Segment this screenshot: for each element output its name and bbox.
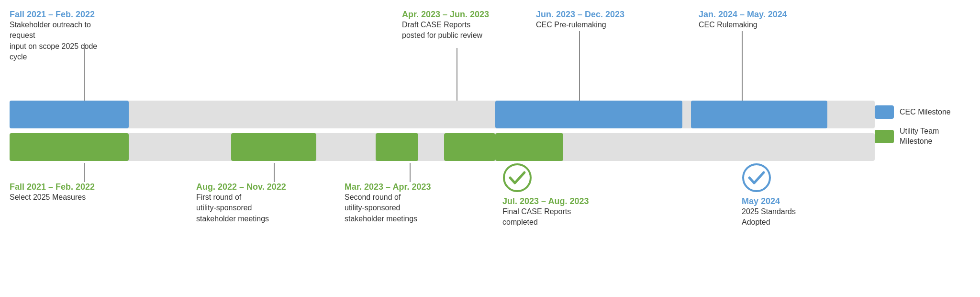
annotation-fall2021-bot: Fall 2021 – Feb. 2022 Select 2025 Measur… [10,182,105,203]
green-check-icon [502,163,532,193]
legend-cec: CEC Milestone [875,105,970,119]
main-container: Fall 2021 – Feb. 2022 Stakeholder outrea… [0,0,980,297]
fall2021-top-date: Fall 2021 – Feb. 2022 [10,10,115,20]
vline-fall2021-bot [84,163,85,182]
vline-apr2023-top [457,48,457,101]
vline-jun2023-top [579,31,580,101]
top-annotations: Fall 2021 – Feb. 2022 Stakeholder outrea… [10,5,875,101]
may2024-bot-text: 2025 StandardsAdopted [742,206,847,228]
jun2023-top-date: Jun. 2023 – Dec. 2023 [536,10,660,20]
annotation-aug2022-bot: Aug. 2022 – Nov. 2022 First round ofutil… [196,182,301,224]
legend-cec-color [875,105,894,119]
bottom-annotations: Fall 2021 – Feb. 2022 Select 2025 Measur… [10,163,875,297]
jul2023-bot-date: Jul. 2023 – Aug. 2023 [502,196,617,206]
cec-segment-3 [691,101,827,128]
legend-utility-label: Utility TeamMilestone [900,126,939,147]
timeline-area: Fall 2021 – Feb. 2022 Stakeholder outrea… [10,5,875,292]
fall2021-bot-date: Fall 2021 – Feb. 2022 [10,182,105,192]
annotation-jul2023-bot: Jul. 2023 – Aug. 2023 Final CASE Reports… [502,163,617,228]
cec-bar-row [10,101,875,128]
aug2022-bot-text: First round ofutility-sponsoredstakehold… [196,192,301,224]
apr2023-top-text: Draft CASE Reportsposted for public revi… [402,20,517,41]
legend-utility-color [875,130,894,143]
utility-segment-2 [231,133,316,161]
jun2023-top-text: CEC Pre-rulemaking [536,20,660,30]
utility-segment-3 [376,133,418,161]
annotation-apr2023-top: Apr. 2023 – Jun. 2023 Draft CASE Reports… [402,10,517,41]
jul2023-bot-text: Final CASE Reportscompleted [502,206,617,228]
svg-point-1 [743,164,770,191]
utility-segment-5 [495,133,563,161]
annotation-jun2023-top: Jun. 2023 – Dec. 2023 CEC Pre-rulemaking [536,10,660,30]
cec-segment-2 [495,101,682,128]
utility-bar-row [10,133,875,161]
timeline-bars [10,101,875,163]
annotation-jan2024-top: Jan. 2024 – May. 2024 CEC Rulemaking [699,10,833,30]
may2024-bot-date: May 2024 [742,196,847,206]
jan2024-top-date: Jan. 2024 – May. 2024 [699,10,833,20]
annotation-mar2023-bot: Mar. 2023 – Apr. 2023 Second round ofuti… [345,182,450,224]
annotation-fall2021-top: Fall 2021 – Feb. 2022 Stakeholder outrea… [10,10,115,63]
vline-jan2024-top [742,31,743,101]
aug2022-bot-date: Aug. 2022 – Nov. 2022 [196,182,301,192]
vline-mar2023-bot [410,163,411,182]
fall2021-top-text: Stakeholder outreach to requestinput on … [10,20,115,63]
vline-aug2022-bot [274,163,275,182]
legend-cec-label: CEC Milestone [900,107,951,117]
blue-check-icon [742,163,771,193]
fall2021-bot-text: Select 2025 Measures [10,192,105,203]
utility-bar-background [10,133,875,161]
annotation-may2024-bot: May 2024 2025 StandardsAdopted [742,163,847,228]
mar2023-bot-date: Mar. 2023 – Apr. 2023 [345,182,450,192]
utility-segment-4 [444,133,495,161]
vline-fall2021-top [84,43,85,101]
svg-point-0 [504,164,531,191]
legend: CEC Milestone Utility TeamMilestone [875,105,970,154]
mar2023-bot-text: Second round ofutility-sponsoredstakehol… [345,192,450,224]
legend-utility: Utility TeamMilestone [875,126,970,147]
cec-segment-1 [10,101,129,128]
jan2024-top-text: CEC Rulemaking [699,20,833,30]
apr2023-top-date: Apr. 2023 – Jun. 2023 [402,10,517,20]
utility-segment-1 [10,133,129,161]
